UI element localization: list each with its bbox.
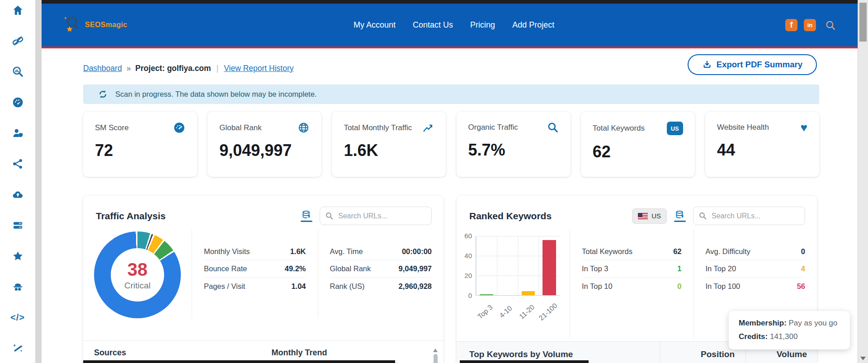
export-pdf-button[interactable]: Export PDF Summary [688, 54, 817, 75]
card-label: Website Health [717, 123, 769, 132]
nav-link-my-account[interactable]: My Account [354, 20, 396, 30]
card-sm-score: SM Score 72 [83, 112, 197, 177]
stat-row: In Top 10056 [706, 278, 806, 295]
page-scroll-thumb[interactable] [859, 3, 867, 42]
breadcrumb-separator: » [127, 64, 131, 73]
card-value: 72 [95, 141, 185, 160]
card-value: 1.6K [344, 141, 434, 160]
donut-center-label: Critical [124, 281, 151, 291]
view-report-history-link[interactable]: View Report History [224, 64, 293, 73]
gauge-badge-icon [173, 122, 185, 134]
country-code: US [651, 212, 661, 220]
breadcrumb-dashboard-link[interactable]: Dashboard [83, 64, 122, 73]
card-value: 9,049,997 [219, 141, 310, 160]
star-icon[interactable] [11, 250, 24, 262]
bar-chart: 6040200 Top 34-1011-2021-100 [457, 230, 570, 338]
stat-row: In Top 204 [706, 260, 806, 278]
nav-link-pricing[interactable]: Pricing [470, 20, 495, 30]
search-icon [698, 212, 707, 220]
stat-row: Total Keywords62 [582, 243, 682, 260]
bar-chart-labels: Top 34-1011-2021-100 [476, 297, 560, 313]
breadcrumb: Dashboard » Project: golfiya.com | View … [83, 58, 817, 79]
code-icon[interactable]: </> [11, 311, 24, 324]
stat-cards-row: SM Score 72 Global Rank 9,049,997 Total … [83, 112, 819, 177]
ranked-search-input[interactable] [693, 207, 805, 225]
breadcrumb-project: Project: golfiya.com [135, 64, 211, 73]
export-data-icon[interactable] [674, 210, 686, 222]
col-top-keywords[interactable]: Top Keywords by Volume [457, 342, 660, 363]
brand-name: SEOSmagic [85, 21, 127, 29]
ranked-search [693, 207, 805, 225]
top-navbar: SEOSmagic My Account Contact Us Pricing … [42, 4, 858, 47]
membership-tooltip: Membership: Pay as you go Credits: 141,3… [729, 311, 850, 349]
stat-row: Pages / Visit1.04 [204, 278, 306, 295]
scroll-up-arrow-icon[interactable] [433, 349, 438, 352]
credits-value: 141,300 [770, 332, 797, 341]
user-shield-icon[interactable] [11, 127, 24, 139]
server-icon[interactable] [11, 219, 24, 231]
card-label: Global Rank [219, 123, 262, 132]
red-divider-line [42, 47, 858, 48]
donut-chart-wrap: 38 Critical [83, 230, 192, 318]
card-global-rank: Global Rank 9,049,997 [208, 112, 321, 177]
stat-row: In Top 100 [582, 278, 682, 295]
sidebar: </> [0, 0, 35, 363]
share-nodes-icon[interactable] [11, 157, 24, 170]
panel-scrollbar[interactable] [433, 349, 438, 363]
spy-icon[interactable] [11, 280, 24, 293]
membership-label: Membership: [739, 319, 787, 327]
card-label: Total Monthly Traffic [344, 123, 412, 132]
stat-row: In Top 31 [582, 260, 682, 278]
card-total-keywords: Total Keywords US 62 [581, 112, 695, 177]
scroll-thumb[interactable] [434, 354, 438, 363]
linkedin-icon[interactable]: in [804, 19, 816, 31]
nav-link-contact-us[interactable]: Contact Us [413, 20, 453, 30]
traffic-stats-col-1: Monthly Visits1.6K Bounce Rate49.2% Page… [192, 230, 318, 318]
stat-row: Avg. Time00:00:00 [330, 243, 432, 260]
scroll-down-arrow-icon[interactable] [860, 357, 866, 360]
donut-chart: 38 Critical [94, 231, 181, 318]
stat-row: Rank (US)2,960,928 [330, 278, 432, 295]
traffic-search-input[interactable] [320, 207, 432, 225]
globe-icon [297, 122, 310, 134]
card-value: 5.7% [468, 141, 559, 160]
refresh-icon [98, 89, 108, 99]
nav-link-add-project[interactable]: Add Project [512, 20, 554, 30]
card-label: Total Keywords [593, 124, 645, 133]
country-selector[interactable]: US [632, 208, 667, 224]
breadcrumb-pipe: | [217, 64, 219, 73]
logo-magnifier-icon [61, 14, 82, 35]
magnifier-icon [547, 122, 559, 133]
stat-row: Monthly Visits1.6K [204, 243, 306, 260]
home-icon[interactable] [11, 4, 24, 16]
traffic-search [320, 207, 432, 225]
us-badge[interactable]: US [667, 122, 683, 135]
navbar-search-icon[interactable] [825, 20, 836, 31]
card-organic-traffic: Organic Traffic 5.7% [457, 112, 571, 177]
stat-row: Global Rank9,049,997 [330, 260, 432, 278]
magic-wand-icon[interactable] [11, 342, 24, 354]
search-analytics-icon[interactable] [11, 65, 24, 78]
card-label: SM Score [95, 123, 129, 132]
facebook-icon[interactable]: f [785, 19, 797, 31]
card-website-health: Website Health ♥ 44 [705, 112, 819, 177]
nav-links: My Account Contact Us Pricing Add Projec… [354, 4, 554, 47]
scan-progress-banner: Scan in progress. The data shown below m… [83, 85, 819, 104]
membership-value: Pay as you go [789, 319, 838, 327]
ranked-panel-title: Ranked Keywords [469, 211, 552, 222]
export-data-icon[interactable] [301, 210, 312, 222]
ranked-stats-col-1: Total Keywords62 In Top 31 In Top 100 [570, 230, 693, 338]
broken-link-icon[interactable] [11, 34, 24, 47]
brand-logo[interactable]: SEOSmagic [61, 14, 127, 35]
card-monthly-traffic: Total Monthly Traffic 1.6K [332, 112, 446, 177]
card-value: 44 [717, 141, 807, 160]
traffic-footer: Sources Monthly Trend [83, 340, 443, 363]
cloud-upload-icon[interactable] [11, 188, 24, 201]
bar-chart-plot [476, 236, 560, 296]
page-scrollbar[interactable] [858, 0, 868, 363]
traffic-analysis-panel: Traffic Analysis 38 Critical Monthly Vis… [83, 196, 443, 363]
sidebar-scrollbar[interactable] [35, 0, 42, 363]
clipped-dark-strip-left [83, 360, 395, 363]
gauge-icon[interactable] [11, 96, 24, 108]
top-black-strip [42, 0, 858, 4]
